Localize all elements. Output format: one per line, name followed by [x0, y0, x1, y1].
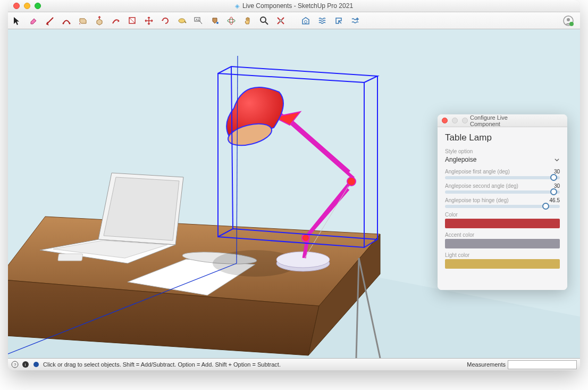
color-label-1: Accent color: [445, 232, 560, 238]
svg-text:A1: A1: [196, 18, 200, 21]
svg-point-8: [230, 17, 233, 24]
statusbar: ? i Click or drag to select objects. Shi…: [8, 358, 580, 370]
light-color-swatch[interactable]: [445, 259, 560, 269]
rectangle-tool-icon[interactable]: [78, 16, 88, 26]
pushpull-tool-icon[interactable]: [95, 16, 104, 26]
svg-text:i: i: [25, 362, 26, 367]
measurements-input[interactable]: [508, 360, 577, 369]
svg-point-1: [69, 22, 71, 24]
select-tool-icon[interactable]: [12, 16, 22, 26]
svg-point-6: [216, 22, 219, 24]
rotate-tool-icon[interactable]: [161, 16, 170, 26]
paint-tool-icon[interactable]: [210, 16, 220, 26]
extension-warehouse-icon[interactable]: [317, 16, 327, 26]
slider-thumb[interactable]: [550, 174, 557, 181]
svg-point-27: [33, 362, 39, 367]
zoom-extents-icon[interactable]: [276, 16, 285, 26]
toolbar: A1: [8, 12, 580, 29]
style-option-label: Style option: [445, 148, 560, 154]
orbit-tool-icon[interactable]: [226, 16, 236, 26]
slider-label-1: Anglepoise second angle (deg): [445, 183, 560, 189]
svg-point-10: [280, 20, 282, 22]
slider-thumb[interactable]: [542, 203, 549, 210]
make-component-icon[interactable]: [128, 16, 137, 26]
window-title: Live Components - SketchUp Pro 2021: [235, 2, 353, 10]
zoom-window-button[interactable]: [35, 3, 41, 9]
status-hint: Click or drag to select objects. Shift =…: [43, 361, 281, 368]
slider-label-2: Anglepoise top hinge (deg): [445, 197, 560, 203]
3d-viewport[interactable]: Configure Live Component Table Lamp Styl…: [8, 29, 580, 358]
svg-point-3: [179, 19, 185, 23]
minimize-window-button[interactable]: [24, 3, 30, 9]
window-controls: [8, 3, 41, 9]
svg-point-9: [261, 17, 266, 22]
svg-point-11: [305, 20, 307, 23]
zoom-tool-icon[interactable]: [259, 16, 269, 26]
panel-close-button[interactable]: [442, 118, 448, 123]
text-tool-icon[interactable]: A1: [194, 16, 203, 26]
help-icon[interactable]: ?: [11, 361, 19, 368]
panel-titlebar: Configure Live Component: [438, 114, 567, 127]
slider-thumb[interactable]: [550, 188, 557, 195]
anglepoise-first-angle-slider[interactable]: 30: [445, 176, 560, 179]
color-swatch[interactable]: [445, 219, 560, 228]
tape-tool-icon[interactable]: [177, 16, 187, 26]
configure-live-component-panel: Configure Live Component Table Lamp Styl…: [438, 114, 567, 290]
add-location-icon[interactable]: [350, 16, 360, 26]
style-option-select[interactable]: Anglepoise: [445, 154, 560, 165]
info-icon[interactable]: i: [22, 361, 29, 368]
panel-title: Configure Live Component: [470, 114, 535, 127]
chevron-down-icon: [554, 157, 560, 163]
accent-color-swatch[interactable]: [445, 239, 560, 248]
arc-tool-icon[interactable]: [62, 16, 71, 26]
user-account-icon[interactable]: [563, 15, 574, 26]
pan-tool-icon[interactable]: [243, 16, 253, 26]
eraser-tool-icon[interactable]: [29, 16, 38, 26]
close-window-button[interactable]: [13, 3, 20, 9]
geolocation-icon[interactable]: [32, 361, 40, 368]
slider-label-0: Anglepoise first angle (deg): [445, 169, 560, 175]
color-label-0: Color: [445, 212, 560, 218]
line-tool-icon[interactable]: [45, 16, 55, 26]
measurements-label: Measurements: [467, 361, 506, 368]
svg-point-13: [567, 18, 570, 21]
app-window: Live Components - SketchUp Pro 2021 A1: [8, 0, 580, 370]
svg-text:?: ?: [14, 362, 16, 367]
color-label-2: Light color: [445, 252, 560, 258]
offset-tool-icon[interactable]: [111, 16, 121, 26]
titlebar: Live Components - SketchUp Pro 2021: [8, 0, 580, 12]
svg-point-0: [63, 22, 64, 24]
3dwarehouse-icon[interactable]: [301, 16, 310, 26]
svg-rect-15: [58, 254, 83, 261]
svg-point-21: [302, 234, 309, 242]
anglepoise-second-angle-slider[interactable]: 30: [445, 190, 560, 194]
svg-point-20: [347, 177, 356, 186]
anglepoise-top-hinge-slider[interactable]: 46.5: [445, 205, 560, 208]
panel-header: Table Lamp: [445, 132, 560, 143]
svg-point-14: [569, 22, 574, 26]
svg-point-7: [228, 19, 235, 22]
layout-icon[interactable]: [334, 16, 343, 26]
move-tool-icon[interactable]: [144, 16, 154, 26]
panel-minimize-button[interactable]: [452, 118, 458, 123]
panel-zoom-button[interactable]: [462, 118, 468, 123]
